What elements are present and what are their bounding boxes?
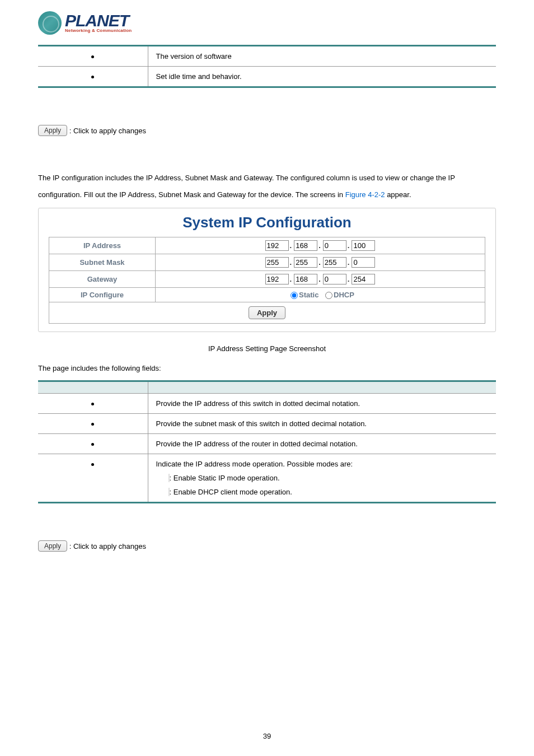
subnet-octet-2[interactable] <box>294 257 317 268</box>
table-cell-desc: Indicate the IP address mode operation. … <box>148 454 496 502</box>
figure-link[interactable]: Figure 4-2-2 <box>345 190 385 199</box>
logo: PLANET Networking & Communication <box>38 11 496 35</box>
table-cell-desc: Provide the IP address of this switch in… <box>148 393 496 413</box>
ip-address-label: IP Address <box>49 237 156 254</box>
apply-description: : Click to apply changes <box>69 542 146 550</box>
bullet-icon <box>91 423 94 426</box>
ip-octet-1[interactable] <box>265 240 289 251</box>
bullet-icon <box>91 55 94 58</box>
table-row <box>38 433 148 454</box>
table-cell-desc: Provide the subnet mask of this switch i… <box>148 413 496 433</box>
apply-config-button[interactable]: Apply <box>249 306 285 319</box>
subnet-octet-1[interactable] <box>265 257 289 268</box>
ip-config-figure: System IP Configuration IP Address ... S… <box>38 208 496 332</box>
ip-config-title: System IP Configuration <box>49 212 485 237</box>
ip-configure-label: IP Configure <box>49 287 156 302</box>
ip-octet-4[interactable] <box>352 240 375 251</box>
table-cell-desc: Provide the IP address of the router in … <box>148 433 496 454</box>
gateway-octet-3[interactable] <box>323 274 346 284</box>
table-row <box>38 46 148 67</box>
fields-header-obj <box>38 381 148 393</box>
ip-mode-dhcp-radio[interactable] <box>325 292 332 299</box>
bullet-icon <box>91 443 94 446</box>
logo-globe-icon <box>38 11 62 35</box>
ip-mode-static-label: Static <box>299 291 318 299</box>
fields-header-desc <box>148 381 496 393</box>
gateway-octet-4[interactable] <box>352 274 375 284</box>
intro-paragraph: The IP configuration includes the IP Add… <box>38 170 496 203</box>
bullet-icon <box>91 463 94 466</box>
table-cell-desc: The version of software <box>148 46 496 67</box>
table-cell-desc: Set idle time and behavior. <box>148 67 496 87</box>
page-number: 39 <box>0 732 534 740</box>
ip-mode-dhcp-label: DHCP <box>334 291 354 299</box>
apply-description: : Click to apply changes <box>69 127 146 135</box>
fields-table: Provide the IP address of this switch in… <box>38 380 496 503</box>
table-row <box>38 413 148 433</box>
table-row <box>38 454 148 502</box>
gateway-octet-1[interactable] <box>265 274 289 284</box>
apply-button[interactable]: Apply <box>38 125 67 136</box>
bullet-icon <box>91 76 94 78</box>
subnet-mask-label: Subnet Mask <box>49 254 156 270</box>
ip-mode-static-radio[interactable] <box>291 292 298 299</box>
apply-button[interactable]: Apply <box>38 540 67 552</box>
ip-octet-2[interactable] <box>294 240 317 251</box>
gateway-label: Gateway <box>49 270 156 287</box>
logo-brand: PLANET <box>65 13 132 28</box>
fields-intro: The page includes the following fields: <box>38 364 496 372</box>
subnet-octet-3[interactable] <box>323 257 346 268</box>
subnet-octet-4[interactable] <box>352 257 375 268</box>
bullet-icon <box>91 403 94 405</box>
ip-octet-3[interactable] <box>323 240 346 251</box>
logo-tagline: Networking & Communication <box>65 28 132 33</box>
info-table: The version of software Set idle time an… <box>38 45 496 88</box>
figure-caption: IP Address Setting Page Screenshot <box>38 344 496 353</box>
table-row <box>38 67 148 87</box>
table-row <box>38 393 148 413</box>
gateway-octet-2[interactable] <box>294 274 317 284</box>
